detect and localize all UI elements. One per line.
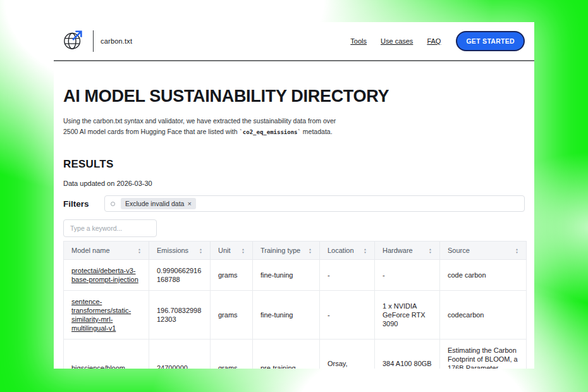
table-body: protectai/deberta-v3-base-prompt-injecti… [64, 260, 527, 369]
filters-label: Filters [63, 199, 104, 209]
results-heading: RESULTS [63, 158, 525, 171]
sort-icon[interactable]: ▲▼ [429, 248, 432, 254]
column-header-location[interactable]: Location▲▼ [320, 242, 375, 260]
page-background: carbon.txt Tools Use cases FAQ GET START… [0, 0, 588, 392]
column-label: Emissions [157, 247, 188, 254]
cell-hardware: 1 x NVIDIA GeForce RTX 3090 [375, 291, 440, 340]
cell-hardware: - [375, 260, 440, 291]
results-table: Model name▲▼Emissions▲▼Unit▲▼Training ty… [63, 241, 527, 369]
sort-icon[interactable]: ▲▼ [199, 248, 202, 254]
globe-arrow-logo-icon [62, 28, 86, 54]
table-row: sentence-transformers/static-similarity-… [64, 291, 527, 340]
get-started-button[interactable]: GET STARTED [456, 31, 525, 51]
nav-link-tools[interactable]: Tools [350, 37, 367, 45]
cell-location: Orsay, France [320, 340, 375, 369]
column-label: Location [328, 247, 354, 254]
column-label: Unit [218, 247, 231, 254]
cell-emissions: 196.7083299812303 [149, 291, 211, 340]
brand-name: carbon.txt [101, 37, 132, 45]
remove-filter-icon[interactable]: × [187, 200, 191, 207]
description-line-2: 2500 AI model cards from Hugging Face th… [63, 126, 525, 138]
header-divider [54, 60, 534, 61]
cell-model: protectai/deberta-v3-base-prompt-injecti… [64, 260, 149, 291]
column-label: Model name [71, 247, 110, 254]
table-header-row: Model name▲▼Emissions▲▼Unit▲▼Training ty… [64, 242, 527, 260]
filters-row: Filters Exclude invalid data × [63, 195, 525, 212]
description-line-1: Using the carbon.txt syntax and validato… [63, 116, 525, 126]
page-description: Using the carbon.txt syntax and validato… [63, 116, 525, 138]
cell-emissions: 24700000 [149, 340, 211, 369]
cell-source: Estimating the Carbon Footprint of BLOOM… [440, 340, 527, 369]
column-label: Training type [260, 247, 300, 254]
column-header-source[interactable]: Source▲▼ [440, 242, 527, 260]
cell-model: bigscience/bloom [64, 340, 149, 369]
cell-training_type: fine-tuning [253, 260, 320, 291]
sort-icon[interactable]: ▲▼ [515, 248, 518, 254]
site-card: carbon.txt Tools Use cases FAQ GET START… [54, 22, 534, 369]
cell-unit: grams [211, 340, 253, 369]
cell-emissions: 0.9990662916168788 [149, 260, 211, 291]
filter-chip[interactable]: Exclude invalid data × [121, 198, 196, 209]
cell-source: code carbon [440, 260, 527, 291]
nav-link-use-cases[interactable]: Use cases [381, 37, 413, 45]
brand-divider [93, 30, 94, 52]
filter-chip-label: Exclude invalid data [125, 200, 184, 207]
data-updated-text: Data updated on 2026-03-30 [63, 180, 525, 187]
sort-icon[interactable]: ▲▼ [138, 248, 141, 254]
nav-link-faq[interactable]: FAQ [427, 37, 441, 45]
site-header: carbon.txt Tools Use cases FAQ GET START… [54, 22, 534, 60]
cell-source: codecarbon [440, 291, 527, 340]
code-metadata-key: `co2_eq_emissions` [239, 129, 301, 135]
cell-unit: grams [211, 260, 253, 291]
search-input[interactable] [63, 219, 157, 237]
cell-training_type: fine-tuning [253, 291, 320, 340]
filter-box[interactable]: Exclude invalid data × [104, 195, 525, 212]
column-label: Source [448, 247, 470, 254]
cell-hardware: 384 A100 80GB GPUs [375, 340, 440, 369]
sort-icon[interactable]: ▲▼ [364, 248, 367, 254]
column-header-emissions[interactable]: Emissions▲▼ [149, 242, 211, 260]
model-link[interactable]: protectai/deberta-v3-base-prompt-injecti… [71, 267, 138, 283]
model-link[interactable]: bigscience/bloom [71, 364, 125, 369]
main-content: AI MODEL SUSTAINABILITY DIRECTORY Using … [54, 87, 534, 369]
brand: carbon.txt [62, 28, 132, 54]
cell-training_type: pre-training [253, 340, 320, 369]
model-link[interactable]: sentence-transformers/static-similarity-… [71, 298, 131, 332]
page-title: AI MODEL SUSTAINABILITY DIRECTORY [63, 87, 525, 106]
column-label: Hardware [383, 247, 413, 254]
sort-icon[interactable]: ▲▼ [309, 248, 312, 254]
table-row: bigscience/bloom24700000gramspre-trainin… [64, 340, 527, 369]
cell-model: sentence-transformers/static-similarity-… [64, 291, 149, 340]
column-header-hardware[interactable]: Hardware▲▼ [375, 242, 440, 260]
cell-location: - [320, 291, 375, 340]
cell-location: - [320, 260, 375, 291]
column-header-unit[interactable]: Unit▲▼ [211, 242, 253, 260]
circle-icon[interactable] [111, 202, 115, 206]
column-header-model-name[interactable]: Model name▲▼ [64, 242, 149, 260]
main-nav: Tools Use cases FAQ GET STARTED [350, 31, 525, 51]
cell-unit: grams [211, 291, 253, 340]
sort-icon[interactable]: ▲▼ [242, 248, 245, 254]
table-header: Model name▲▼Emissions▲▼Unit▲▼Training ty… [64, 242, 527, 260]
column-header-training-type[interactable]: Training type▲▼ [253, 242, 320, 260]
table-row: protectai/deberta-v3-base-prompt-injecti… [64, 260, 527, 291]
